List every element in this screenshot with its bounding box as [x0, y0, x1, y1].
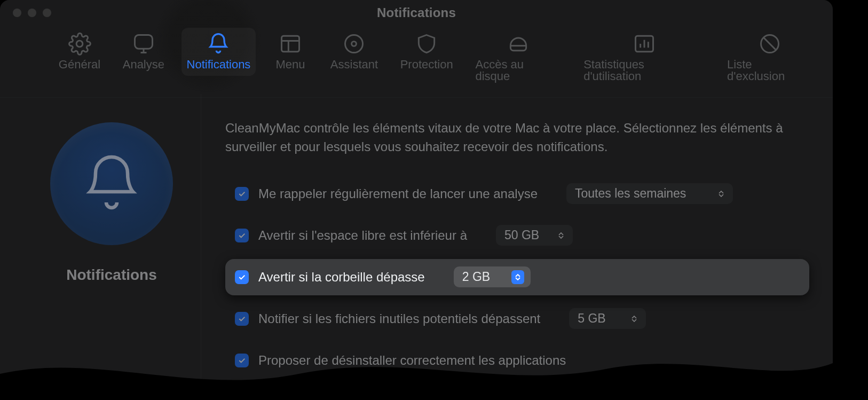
- toolbar: Général Analyse Notifications Menu Assis: [0, 26, 833, 98]
- tab-label: Notifications: [187, 59, 251, 70]
- tab-label: Général: [59, 59, 100, 70]
- select-junk-threshold[interactable]: 5 GB: [569, 308, 646, 329]
- vertical-divider: [201, 94, 201, 400]
- select-trash-threshold[interactable]: 2 GB: [454, 266, 531, 287]
- checkbox-scan-reminder[interactable]: [235, 187, 249, 201]
- notifications-illustration: [50, 122, 173, 245]
- tab-menu[interactable]: Menu: [267, 28, 313, 76]
- row-trash-threshold: Avertir si la corbeille dépasse 2 GB: [225, 259, 809, 295]
- content: Notifications CleanMyMac contrôle les él…: [0, 98, 833, 400]
- disk-icon: [507, 32, 530, 56]
- tab-label: Statistiques d'utilisation: [583, 59, 705, 82]
- row-label: Notifier si les fichiers inutiles potent…: [258, 311, 540, 326]
- tab-assistant[interactable]: Assistant: [325, 28, 383, 76]
- exclude-icon: [758, 32, 782, 56]
- row-label: Avertir si l'espace libre est inférieur …: [258, 228, 467, 243]
- select-value: Toutes les semaines: [575, 186, 686, 201]
- tab-label: Assistant: [330, 59, 378, 70]
- chevron-updown-icon: [716, 188, 727, 200]
- tab-disk-access[interactable]: Accès au disque: [470, 28, 566, 88]
- select-value: 50 GB: [504, 228, 539, 242]
- select-low-disk-threshold[interactable]: 50 GB: [496, 225, 573, 246]
- chevron-updown-icon: [556, 230, 566, 241]
- gear-icon: [68, 32, 91, 56]
- svg-point-3: [352, 42, 357, 46]
- row-label: Proposer de désinstaller correctement le…: [258, 353, 566, 368]
- row-label: Me rappeler régulièrement de lancer une …: [258, 186, 538, 201]
- description: CleanMyMac contrôle les éléments vitaux …: [225, 119, 809, 156]
- window-title: Notifications: [0, 5, 833, 20]
- tab-label: Protection: [400, 59, 453, 70]
- tab-analysis[interactable]: Analyse: [117, 28, 170, 76]
- checkbox-junk-threshold[interactable]: [235, 312, 249, 326]
- select-scan-interval[interactable]: Toutes les semaines: [566, 183, 733, 204]
- preferences-window: Notifications Général Analyse Notificati…: [0, 0, 833, 400]
- shield-icon: [415, 32, 438, 56]
- svg-point-2: [345, 35, 363, 53]
- bell-icon: [207, 32, 230, 56]
- checkbox-proper-uninstall[interactable]: [235, 354, 249, 367]
- svg-rect-1: [282, 36, 299, 51]
- assistant-icon: [342, 32, 366, 56]
- titlebar: Notifications: [0, 0, 833, 26]
- menubar-icon: [279, 32, 302, 56]
- stats-icon: [633, 32, 656, 56]
- row-sublabel: Lorsque vous placez une application dans…: [254, 378, 809, 390]
- row-label: Avertir si la corbeille dépasse: [258, 270, 425, 285]
- svg-point-0: [76, 41, 83, 47]
- checkbox-low-disk[interactable]: [235, 229, 249, 242]
- row-scan-reminder: Me rappeler régulièrement de lancer une …: [225, 176, 809, 212]
- row-junk-threshold: Notifier si les fichiers inutiles potent…: [225, 301, 809, 337]
- select-value: 5 GB: [578, 311, 605, 326]
- monitor-icon: [132, 32, 155, 56]
- main-panel: CleanMyMac contrôle les éléments vitaux …: [225, 114, 809, 397]
- tab-general[interactable]: Général: [53, 28, 106, 76]
- tab-label: Accès au disque: [475, 59, 561, 82]
- chevron-updown-icon: [511, 270, 524, 284]
- checkbox-trash-threshold[interactable]: [235, 270, 249, 284]
- tab-exclusion-list[interactable]: Liste d'exclusion: [722, 28, 818, 88]
- tab-notifications[interactable]: Notifications: [182, 28, 256, 76]
- sidebar: Notifications: [23, 114, 200, 397]
- chevron-updown-icon: [629, 313, 640, 325]
- tab-label: Liste d'exclusion: [727, 59, 812, 82]
- tab-label: Menu: [276, 59, 305, 70]
- row-proper-uninstall: Proposer de désinstaller correctement le…: [225, 342, 809, 379]
- sidebar-title: Notifications: [66, 266, 157, 284]
- row-low-disk-warning: Avertir si l'espace libre est inférieur …: [225, 217, 809, 254]
- tab-usage-statistics[interactable]: Statistiques d'utilisation: [578, 28, 710, 88]
- tab-label: Analyse: [123, 59, 164, 70]
- tab-protection[interactable]: Protection: [395, 28, 459, 76]
- select-value: 2 GB: [462, 270, 490, 284]
